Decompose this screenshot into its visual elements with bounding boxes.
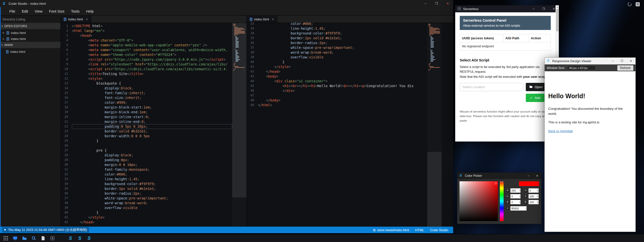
code-studio-app-icon[interactable]: S — [77, 235, 83, 241]
stepper-arrows-icon[interactable]: ▴▾ — [519, 189, 520, 192]
chevron-down-icon: ▾ — [2, 25, 3, 27]
open-button[interactable]: Open — [526, 83, 546, 91]
endpoint-empty-row: No registered endpoint — [460, 42, 550, 50]
minimize-icon[interactable]: ─ — [420, 0, 431, 7]
code-area[interactable]: 1<!DOCTYPE html>2<html lang="en">3 <head… — [61, 23, 232, 227]
code-studio-app-icon[interactable]: S — [68, 235, 73, 241]
title-bar[interactable]: Serverless ─ ❐ ✕ — [455, 5, 559, 12]
code-line: 33 line-height:1.45; — [247, 26, 427, 31]
field-value-r[interactable]: 255▴▾ — [510, 188, 520, 193]
menu-help[interactable]: Help — [83, 9, 97, 13]
title-bar[interactable]: S Responsive Design Viewer ─ ❐ ✕ — [545, 58, 635, 64]
restore-icon[interactable]: ❐ — [431, 0, 442, 7]
stepper-arrows-icon[interactable]: ▴▾ — [537, 189, 538, 192]
code-line: 44 <div class="ui container"> — [247, 79, 427, 84]
line-number: 17 — [61, 100, 72, 105]
minimize-icon[interactable]: ─ — [529, 5, 539, 12]
line-number: 33 — [61, 177, 72, 182]
menu-edit[interactable]: Edit — [18, 9, 31, 13]
field-value-s[interactable]: 100▴▾ — [529, 194, 539, 198]
hue-slider[interactable] — [500, 181, 504, 221]
back-link[interactable]: Back to Aprintlab — [548, 129, 573, 133]
close-icon[interactable]: ✕ — [2, 31, 5, 34]
serverless-app-icon[interactable] — [50, 235, 55, 241]
tab-index-html[interactable]: index.html✕ — [61, 16, 91, 23]
menu-icon[interactable] — [635, 2, 640, 7]
code-area[interactable]: 32 color:#666;33 line-height:1.45;34 bac… — [247, 21, 427, 227]
tree-item-index-html[interactable]: ✕index.html — [0, 36, 60, 42]
status-time[interactable]: ⚑ Thu May 11 2023 21:54:48 GMT+0800 (台北標… — [2, 227, 89, 233]
menu-tools[interactable]: Tools — [68, 9, 83, 13]
saturation-brightness-area[interactable] — [459, 181, 498, 221]
status-file-path[interactable]: ▤ store:/www/index.html — [373, 228, 409, 232]
minimize-icon[interactable]: ─ — [524, 172, 533, 179]
minimize-icon[interactable]: ─ — [608, 58, 617, 64]
menu-file[interactable]: File — [6, 9, 18, 13]
stepper-arrows-icon[interactable]: ▴▾ — [519, 195, 520, 198]
stepper-arrows-icon[interactable]: ▴▾ — [537, 201, 538, 203]
minimap-slider[interactable] — [427, 152, 442, 227]
refresh-button[interactable]: Refresh — [617, 65, 633, 71]
restore-icon[interactable]: ❐ — [617, 58, 626, 64]
search-app-icon[interactable] — [31, 235, 37, 241]
close-icon[interactable]: ✕ — [626, 58, 635, 64]
tree-section-open-editors[interactable]: ▾OPEN EDITORS — [0, 23, 60, 29]
spinner-icon[interactable] — [627, 2, 632, 7]
line-number: 36 — [247, 41, 258, 45]
menu-bar: FileEditViewFont SizeToolsHelp — [0, 7, 453, 16]
code-line: 16 font-size:inherit; — [61, 95, 232, 100]
files-app-icon[interactable] — [22, 235, 27, 241]
status-language[interactable]: HTML — [415, 228, 424, 232]
menu-view[interactable]: View — [31, 9, 46, 13]
hex-input[interactable]: ff0000 ▴▾ — [510, 206, 527, 211]
window-size-input[interactable] — [567, 65, 596, 70]
column-header-agi-path: AGI Path — [503, 34, 529, 42]
add-button[interactable]: ✓ Add — [526, 94, 544, 102]
hue-slider-thumb[interactable] — [500, 182, 504, 182]
file-icon — [250, 18, 252, 21]
title-bar[interactable]: S Color Picker ─ ✕ — [457, 172, 541, 179]
viewer-logo-icon: S — [547, 59, 550, 63]
monitor-app-icon[interactable] — [12, 235, 18, 241]
close-icon[interactable]: ✕ — [2, 38, 5, 40]
warning-text: Misuse of serverless function might affe… — [460, 110, 551, 123]
current-color-swatch — [519, 181, 529, 186]
line-number: 39 — [247, 55, 258, 60]
menu-font-size[interactable]: Font Size — [46, 9, 68, 13]
line-number: 10 — [61, 67, 72, 72]
document-app-icon[interactable] — [40, 235, 46, 241]
scroll-up-icon[interactable]: ▲ — [556, 5, 559, 9]
close-icon[interactable]: ✕ — [442, 0, 453, 7]
minimap-slider[interactable] — [232, 23, 247, 197]
field-value-b[interactable]: 100▴▾ — [529, 200, 539, 204]
serverless-window: Serverless ─ ❐ ✕ Serverless Control Pane… — [455, 5, 559, 142]
tree-item-index-html[interactable]: index.html — [0, 49, 60, 55]
color-fields: R255▴▾H0▴▾G0▴▾S100▴▾B0▴▾B100▴▾ — [506, 188, 539, 204]
select-script-title: Select AGI Script — [460, 58, 551, 62]
code-line: 27 pre { — [61, 148, 232, 153]
location-input[interactable] — [460, 83, 523, 91]
editor-area: index.html✕1<!DOCTYPE html>2<html lang="… — [61, 16, 453, 227]
color-cursor[interactable] — [495, 182, 497, 184]
field-value-b[interactable]: 0▴▾ — [510, 200, 520, 204]
stepper-arrows-icon[interactable]: ▴▾ — [519, 201, 520, 203]
field-value-h[interactable]: 0▴▾ — [529, 188, 539, 193]
close-icon[interactable]: ✕ — [533, 172, 541, 179]
app-grid-icon[interactable] — [3, 235, 9, 241]
minimap[interactable] — [427, 23, 442, 227]
line-number: 2 — [61, 28, 72, 33]
column-header-action: Action — [529, 34, 550, 42]
scrollbar-thumb[interactable] — [556, 9, 559, 31]
field-value-g[interactable]: 0▴▾ — [510, 194, 520, 198]
close-icon[interactable]: ✕ — [272, 18, 274, 21]
code-studio-app-icon[interactable]: S — [86, 235, 92, 241]
line-number: 42 — [61, 220, 72, 225]
tree-section-www[interactable]: ▾WWW — [0, 42, 60, 48]
stepper-arrows-icon[interactable]: ▴▾ — [525, 207, 526, 210]
stepper-arrows-icon[interactable]: ▴▾ — [537, 195, 538, 198]
close-icon[interactable]: ✕ — [86, 18, 88, 21]
title-bar[interactable]: S Code Studio - index.html ─ ❐ ✕ — [0, 0, 453, 7]
maximize-icon[interactable]: ❐ — [539, 5, 549, 12]
tree-item-index-html[interactable]: ✕index.html — [0, 30, 60, 36]
minimap[interactable] — [232, 23, 247, 227]
